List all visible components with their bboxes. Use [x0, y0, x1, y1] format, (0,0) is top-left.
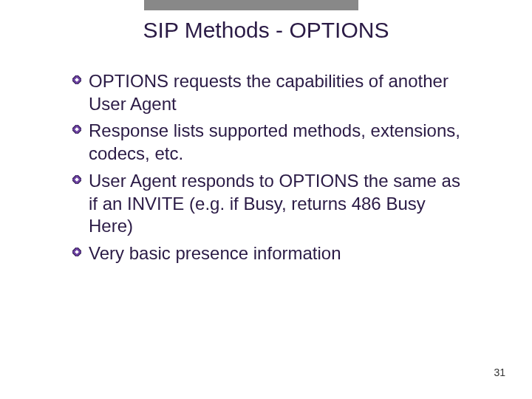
diamond-bullet-icon [72, 125, 81, 134]
list-item-text: Very basic presence information [89, 242, 471, 265]
diamond-bullet-icon [72, 75, 81, 84]
slide: SIP Methods - OPTIONS OPTIONS requests t… [0, 0, 532, 399]
list-item-text: OPTIONS requests the capabilities of ano… [89, 70, 471, 115]
bullet-list: OPTIONS requests the capabilities of ano… [72, 70, 471, 270]
page-number: 31 [494, 366, 505, 378]
list-item-text: Response lists supported methods, extens… [89, 120, 471, 165]
list-item: Response lists supported methods, extens… [72, 120, 471, 165]
diamond-bullet-icon [72, 175, 81, 184]
list-item: OPTIONS requests the capabilities of ano… [72, 70, 471, 115]
list-item: User Agent responds to OPTIONS the same … [72, 170, 471, 238]
list-item-text: User Agent responds to OPTIONS the same … [89, 170, 471, 238]
slide-title: SIP Methods - OPTIONS [0, 18, 532, 43]
diamond-bullet-icon [72, 248, 81, 256]
top-bar-decoration [144, 0, 358, 10]
list-item: Very basic presence information [72, 242, 471, 265]
